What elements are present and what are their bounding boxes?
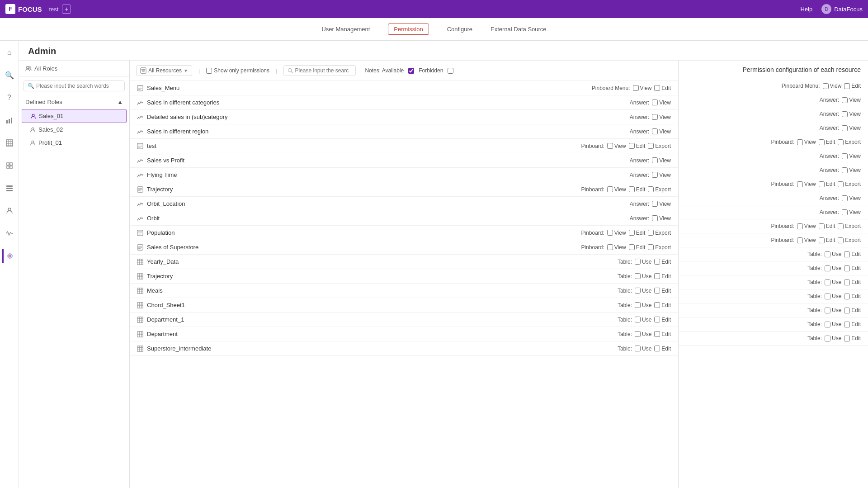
tab-configure[interactable]: Configure [447,24,472,34]
view-checkbox[interactable] [652,128,658,134]
export-config-checkbox[interactable] [838,237,844,243]
view-config-checkbox[interactable] [823,83,829,89]
view-checkbox[interactable] [607,244,613,250]
view-checkbox[interactable] [652,201,658,207]
help-link[interactable]: Help [800,6,812,13]
resource-search-box[interactable] [283,65,356,76]
edit-checkbox[interactable] [654,273,660,279]
export-config-checkbox[interactable] [838,181,844,187]
edit-checkbox[interactable] [629,230,635,236]
tab-permission[interactable]: Permission [388,24,429,35]
edit-config-checkbox[interactable] [819,139,825,145]
sidebar-icon-search[interactable]: 🔍 [2,68,17,82]
view-config-checkbox[interactable] [842,209,848,215]
roles-search-box[interactable]: 🔍 [24,81,125,91]
sidebar-icon-chart[interactable] [2,113,17,128]
show-permissions-checkbox[interactable] [206,68,212,74]
export-config-checkbox[interactable] [838,139,844,145]
sidebar-icon-help[interactable]: ? [2,90,17,105]
role-item-profit01[interactable]: Profit_01 [19,136,129,149]
export-config-checkbox[interactable] [838,223,844,229]
view-config-checkbox[interactable] [842,97,848,103]
view-config-checkbox[interactable] [842,125,848,131]
view-config-checkbox[interactable] [797,237,803,243]
use-checkbox[interactable] [635,302,641,308]
view-checkbox[interactable] [607,186,613,192]
role-item-sales01[interactable]: Sales_01 [22,109,127,123]
edit-config-checkbox[interactable] [844,280,850,285]
view-config-checkbox[interactable] [842,195,848,201]
edit-checkbox[interactable] [654,346,660,351]
view-config-checkbox[interactable] [797,223,803,229]
brand-logo[interactable]: F FOCUS [5,4,42,14]
edit-checkbox[interactable] [629,143,635,149]
show-permissions-toggle[interactable]: Show only permissions [206,67,269,74]
use-config-checkbox[interactable] [825,265,830,271]
edit-checkbox[interactable] [654,317,660,322]
view-config-checkbox[interactable] [842,153,848,159]
edit-config-checkbox[interactable] [819,181,825,187]
edit-checkbox[interactable] [654,288,660,294]
edit-config-checkbox[interactable] [844,251,850,257]
sidebar-icon-table[interactable] [2,136,17,150]
use-checkbox[interactable] [635,273,641,279]
role-item-sales02[interactable]: Sales_02 [19,123,129,136]
edit-checkbox[interactable] [654,302,660,308]
export-checkbox[interactable] [648,230,654,236]
edit-config-checkbox[interactable] [844,83,850,89]
use-config-checkbox[interactable] [825,294,830,299]
edit-checkbox[interactable] [654,331,660,337]
view-checkbox[interactable] [607,143,613,149]
export-checkbox[interactable] [648,143,654,149]
view-checkbox[interactable] [607,230,613,236]
export-checkbox[interactable] [648,186,654,192]
view-checkbox[interactable] [652,114,658,120]
use-config-checkbox[interactable] [825,251,830,257]
view-checkbox[interactable] [652,172,658,178]
use-checkbox[interactable] [635,346,641,351]
export-checkbox[interactable] [648,244,654,250]
tab-external-data-source[interactable]: External Data Source [491,24,547,34]
sidebar-icon-settings[interactable] [2,249,17,263]
view-checkbox[interactable] [633,85,639,91]
roles-search-input[interactable] [36,83,121,89]
edit-config-checkbox[interactable] [844,294,850,299]
view-config-checkbox[interactable] [797,139,803,145]
use-config-checkbox[interactable] [825,280,830,285]
edit-config-checkbox[interactable] [819,237,825,243]
view-checkbox[interactable] [652,99,658,105]
resource-search-input[interactable] [295,67,349,74]
edit-checkbox[interactable] [654,85,660,91]
view-config-checkbox[interactable] [797,181,803,187]
all-resources-dropdown[interactable]: All Resources ▼ [136,65,192,76]
edit-config-checkbox[interactable] [819,223,825,229]
view-config-checkbox[interactable] [842,167,848,173]
use-config-checkbox[interactable] [825,336,830,341]
edit-checkbox[interactable] [654,259,660,265]
use-checkbox[interactable] [635,331,641,337]
use-config-checkbox[interactable] [825,322,830,327]
defined-roles-header[interactable]: Defined Roles ▲ [19,95,129,109]
edit-checkbox[interactable] [629,244,635,250]
sidebar-icon-list[interactable] [2,181,17,195]
edit-config-checkbox[interactable] [844,308,850,313]
forbidden-checkbox[interactable] [448,68,453,74]
view-checkbox[interactable] [652,157,658,163]
use-checkbox[interactable] [635,317,641,322]
available-checkbox[interactable] [408,68,414,74]
use-config-checkbox[interactable] [825,308,830,313]
use-checkbox[interactable] [635,288,641,294]
tab-user-management[interactable]: User Management [321,24,370,34]
view-checkbox[interactable] [652,215,658,221]
add-tab-button[interactable]: + [62,5,71,14]
edit-checkbox[interactable] [629,186,635,192]
view-config-checkbox[interactable] [842,111,848,117]
sidebar-icon-user[interactable] [2,204,17,218]
sidebar-icon-home[interactable]: ⌂ [2,45,17,60]
user-menu[interactable]: D DataFocus [821,4,863,14]
sidebar-icon-box[interactable] [2,158,17,173]
edit-config-checkbox[interactable] [844,336,850,341]
edit-config-checkbox[interactable] [844,322,850,327]
use-checkbox[interactable] [635,259,641,265]
sidebar-icon-pulse[interactable] [2,226,17,241]
